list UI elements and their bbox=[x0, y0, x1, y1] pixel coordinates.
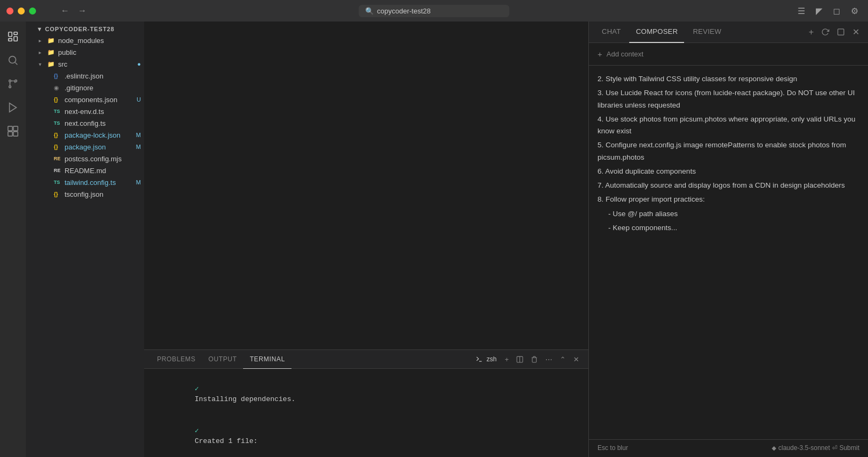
sidebar-item-node-modules[interactable]: ▸ 📁 node_modules bbox=[26, 34, 144, 46]
svg-point-7 bbox=[9, 86, 11, 88]
titlebar: ← → 🔍 copycoder-test28 ☰ ◤ ◻ ⚙ bbox=[0, 0, 868, 22]
tab-terminal-label: TERMINAL bbox=[250, 355, 284, 363]
sidebar-item-next-config[interactable]: TS next.config.ts bbox=[26, 117, 144, 129]
sidebar-item-components-json[interactable]: {} components.json U bbox=[26, 94, 144, 105]
sidebar-item-postcss[interactable]: RE postcss.config.mjs bbox=[26, 153, 144, 165]
sidebar-item-eslintrc[interactable]: {} .eslintrc.json bbox=[26, 70, 144, 82]
json-icon: {} bbox=[54, 132, 62, 138]
sidebar-item-package-lock[interactable]: {} package-lock.json M bbox=[26, 129, 144, 141]
tab-terminal[interactable]: TERMINAL bbox=[243, 350, 291, 369]
titlebar-right-actions: ☰ ◤ ◻ ⚙ bbox=[794, 4, 862, 18]
terminal-text: Installing dependencies. bbox=[195, 395, 295, 403]
ts-icon: TS bbox=[54, 120, 62, 126]
composer-item-8b: - Keep components... bbox=[597, 222, 859, 234]
tab-composer[interactable]: COMPOSER bbox=[629, 22, 684, 43]
split-terminal-button[interactable] bbox=[514, 354, 526, 365]
layout-icon[interactable]: ◤ bbox=[813, 4, 826, 18]
source-control-icon[interactable] bbox=[2, 73, 24, 95]
right-panel-body: + Add context 2. Style with Tailwind CSS… bbox=[589, 43, 868, 457]
md-icon: RE bbox=[54, 168, 62, 173]
maximize-panel-button[interactable]: ⌃ bbox=[557, 354, 568, 365]
search-icon[interactable] bbox=[2, 49, 24, 71]
sidebar-layout-icon[interactable]: ☰ bbox=[794, 4, 808, 18]
expand-icon[interactable] bbox=[835, 26, 847, 38]
traffic-lights bbox=[6, 8, 36, 15]
extensions-icon[interactable] bbox=[2, 120, 24, 142]
chevron-right-icon: ▸ bbox=[39, 38, 45, 44]
panel-layout-icon[interactable]: ◻ bbox=[830, 4, 843, 18]
delete-terminal-button[interactable] bbox=[528, 354, 540, 365]
nav-back-button[interactable]: ← bbox=[58, 4, 73, 18]
fullscreen-button[interactable] bbox=[29, 8, 36, 15]
sidebar-item-label: package-lock.json bbox=[65, 131, 134, 139]
terminal-line: ✓ Created 1 file: bbox=[153, 415, 580, 457]
sidebar-item-gitignore[interactable]: ◉ .gitignore bbox=[26, 82, 144, 94]
folder-icon: 📁 bbox=[47, 61, 56, 68]
sidebar-item-label: next-env.d.ts bbox=[65, 108, 144, 116]
close-button[interactable] bbox=[6, 8, 13, 15]
tab-review[interactable]: REVIEW bbox=[686, 22, 728, 43]
plus-icon: + bbox=[597, 49, 602, 59]
close-panel-button[interactable]: ✕ bbox=[571, 354, 582, 365]
run-icon[interactable] bbox=[2, 97, 24, 118]
explorer-icon[interactable] bbox=[2, 26, 24, 47]
composer-item-7: 7. Automatically source and display logo… bbox=[597, 180, 859, 191]
svg-rect-11 bbox=[13, 126, 18, 131]
js-icon: RE bbox=[54, 156, 62, 161]
svg-rect-0 bbox=[9, 32, 12, 37]
sidebar-item-label: next.config.ts bbox=[65, 119, 144, 127]
sidebar-item-next-env[interactable]: TS next-env.d.ts bbox=[26, 105, 144, 117]
titlebar-search[interactable]: 🔍 copycoder-test28 bbox=[359, 5, 509, 17]
editor-content[interactable] bbox=[144, 22, 588, 349]
composer-item-5: 5. Configure next.config.js image remote… bbox=[597, 139, 859, 163]
nav-forward-button[interactable]: → bbox=[75, 4, 90, 18]
composer-footer: Esc to blur ◆ claude-3.5-sonnet ⏎ Submit bbox=[589, 439, 868, 457]
tab-problems[interactable]: PROBLEMS bbox=[151, 350, 202, 369]
sidebar-item-readme[interactable]: RE README.md bbox=[26, 165, 144, 176]
sidebar-item-label: package.json bbox=[65, 143, 134, 151]
add-context-bar[interactable]: + Add context bbox=[589, 43, 868, 66]
svg-point-4 bbox=[9, 56, 16, 63]
terminal-shell-label: zsh bbox=[472, 355, 500, 363]
minimize-button[interactable] bbox=[18, 8, 25, 15]
tab-output-label: OUTPUT bbox=[209, 355, 237, 363]
refresh-icon[interactable] bbox=[819, 26, 831, 38]
add-terminal-button[interactable]: + bbox=[502, 354, 511, 365]
sidebar-item-label: postcss.config.mjs bbox=[65, 155, 144, 163]
sidebar-item-src[interactable]: ▾ 📁 src ● bbox=[26, 58, 144, 70]
settings-icon[interactable]: ⚙ bbox=[848, 4, 862, 18]
sidebar-item-tailwind[interactable]: TS tailwind.config.ts M bbox=[26, 176, 144, 188]
more-actions-button[interactable]: ⋯ bbox=[543, 354, 555, 365]
sidebar-item-public[interactable]: ▸ 📁 public bbox=[26, 46, 144, 58]
svg-rect-3 bbox=[9, 39, 12, 41]
checkmark-icon: ✓ bbox=[195, 427, 203, 435]
modified-badge: M bbox=[136, 144, 141, 150]
terminal-content[interactable]: ✓ Installing dependencies. ✓ Created 1 f… bbox=[144, 369, 588, 457]
tab-output[interactable]: OUTPUT bbox=[202, 350, 244, 369]
modified-badge: M bbox=[136, 179, 141, 185]
svg-rect-10 bbox=[8, 126, 12, 131]
composer-content[interactable]: 2. Style with Tailwind CSS utility class… bbox=[589, 66, 868, 439]
composer-item-4: 4. Use stock photos from picsum.photos w… bbox=[597, 113, 859, 138]
tab-chat-label: CHAT bbox=[602, 27, 621, 35]
composer-model: ◆ claude-3.5-sonnet ⏎ Submit bbox=[772, 444, 859, 452]
sidebar-header: ▼ COPYCODER-TEST28 bbox=[26, 22, 144, 34]
tab-chat[interactable]: CHAT bbox=[595, 22, 627, 43]
close-right-panel-button[interactable]: ✕ bbox=[850, 25, 862, 39]
sidebar-item-tsconfig[interactable]: {} tsconfig.json bbox=[26, 188, 144, 200]
sidebar-item-package-json[interactable]: {} package.json M bbox=[26, 141, 144, 153]
gitignore-icon: ◉ bbox=[54, 84, 62, 91]
navigation-buttons: ← → bbox=[58, 4, 90, 18]
ts-icon: TS bbox=[54, 109, 62, 114]
sidebar-item-label: tsconfig.json bbox=[65, 190, 144, 198]
terminal-text: Created 1 file: bbox=[195, 437, 258, 445]
editor-area: PROBLEMS OUTPUT TERMINAL zsh + bbox=[144, 22, 588, 457]
chevron-down-icon: ▾ bbox=[39, 61, 45, 67]
composer-item-2: 2. Style with Tailwind CSS utility class… bbox=[597, 73, 859, 85]
main-layout: ▼ COPYCODER-TEST28 ▸ 📁 node_modules ▸ 📁 … bbox=[0, 22, 868, 457]
panel-tabs: PROBLEMS OUTPUT TERMINAL zsh + bbox=[144, 350, 588, 369]
svg-rect-13 bbox=[13, 132, 18, 136]
add-button[interactable]: + bbox=[807, 26, 816, 39]
svg-rect-12 bbox=[8, 132, 12, 136]
svg-rect-17 bbox=[838, 29, 844, 35]
